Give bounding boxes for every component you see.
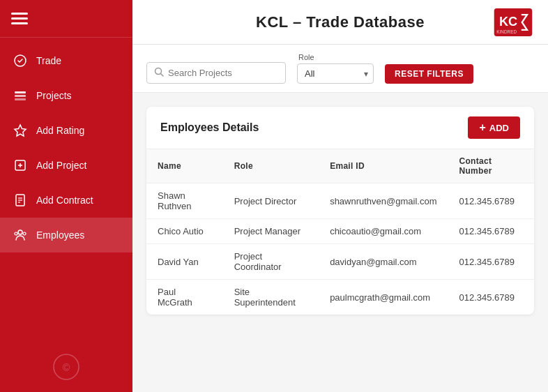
sidebar-nav: Trade Projects Add Rating	[0, 38, 132, 342]
table-row: Chico Autio Project Manager chicoautio@g…	[146, 219, 534, 244]
svg-point-13	[15, 232, 17, 235]
cell-contact: 012.345.6789	[448, 280, 535, 315]
col-role: Role	[223, 149, 319, 183]
table-row: Paul McGrath Site Superintendent paulmcg…	[146, 280, 534, 315]
cell-email: paulmcgrath@gmail.com	[319, 280, 448, 315]
trade-icon	[13, 53, 28, 68]
svg-point-14	[23, 232, 26, 235]
sidebar-item-add-project[interactable]: Add Project	[0, 148, 132, 183]
employees-icon	[13, 227, 28, 243]
main-content: KCL – Trade Database KC KINDRED Role	[132, 0, 548, 392]
table-header-row: Name Role Email ID Contact Number	[146, 149, 534, 183]
sidebar-item-projects[interactable]: Projects	[0, 78, 132, 113]
cell-email: shawnruthven@gmail.com	[319, 183, 448, 219]
search-icon	[154, 67, 164, 79]
add-contract-icon	[13, 193, 28, 208]
sidebar-item-label: Add Project	[36, 160, 86, 171]
search-box[interactable]	[146, 62, 286, 84]
svg-text:©: ©	[63, 362, 70, 373]
cell-name: Chico Autio	[146, 219, 223, 244]
card-header: Employees Details + ADD	[146, 107, 534, 149]
search-input[interactable]	[168, 68, 266, 78]
sidebar-item-label: Projects	[36, 90, 72, 101]
reset-filters-button[interactable]: RESET FILTERS	[385, 64, 473, 84]
role-select-wrap[interactable]: All	[297, 63, 374, 84]
table-body: Shawn Ruthven Project Director shawnruth…	[146, 183, 534, 315]
sidebar-item-label: Employees	[36, 229, 84, 241]
page-title: KCL – Trade Database	[256, 13, 425, 31]
svg-point-12	[18, 230, 22, 234]
add-employee-button[interactable]: + ADD	[468, 116, 520, 139]
hamburger-menu[interactable]	[11, 13, 121, 24]
sidebar-item-label: Trade	[36, 55, 61, 66]
sidebar-item-label: Add Contract	[36, 195, 93, 206]
table-row: David Yan Project Coordinator davidyan@g…	[146, 244, 534, 280]
logo: KC KINDRED	[492, 7, 534, 38]
svg-rect-3	[15, 98, 26, 100]
svg-text:KINDRED: KINDRED	[496, 29, 517, 34]
svg-rect-1	[15, 91, 26, 93]
svg-text:KC: KC	[499, 15, 517, 29]
sidebar-footer: ©	[0, 342, 132, 392]
role-select[interactable]: All	[297, 63, 374, 84]
cell-name: Paul McGrath	[146, 280, 223, 315]
cell-contact: 012.345.6789	[448, 183, 535, 219]
projects-icon	[13, 88, 28, 103]
cell-role: Project Coordinator	[223, 244, 319, 280]
employees-card: Employees Details + ADD Name Role Email …	[146, 107, 534, 315]
toolbar: Role All RESET FILTERS	[132, 45, 548, 93]
sidebar-item-employees[interactable]: Employees	[0, 218, 132, 252]
svg-rect-2	[15, 95, 26, 97]
cell-contact: 012.345.6789	[448, 219, 535, 244]
svg-marker-4	[15, 125, 26, 136]
add-project-icon	[13, 158, 28, 173]
cell-role: Project Manager	[223, 219, 319, 244]
sidebar-item-add-rating[interactable]: Add Rating	[0, 113, 132, 148]
sidebar: Trade Projects Add Rating	[0, 0, 132, 392]
svg-line-21	[161, 74, 164, 77]
sidebar-item-label: Add Rating	[36, 125, 84, 136]
cell-role: Site Superintendent	[223, 280, 319, 315]
add-rating-icon	[13, 123, 28, 138]
table-row: Shawn Ruthven Project Director shawnruth…	[146, 183, 534, 219]
sidebar-item-trade[interactable]: Trade	[0, 43, 132, 78]
col-name: Name	[146, 149, 223, 183]
top-header: KCL – Trade Database KC KINDRED	[132, 0, 548, 45]
cell-role: Project Director	[223, 183, 319, 219]
employees-table: Name Role Email ID Contact Number Shawn …	[146, 149, 534, 315]
cell-name: Shawn Ruthven	[146, 183, 223, 219]
cell-email: davidyan@gmail.com	[319, 244, 448, 280]
cell-name: David Yan	[146, 244, 223, 280]
role-filter: Role All	[297, 53, 374, 84]
sidebar-header[interactable]	[0, 0, 132, 38]
cell-contact: 012.345.6789	[448, 244, 535, 280]
cell-email: chicoautio@gmail.com	[319, 219, 448, 244]
card-title: Employees Details	[160, 121, 259, 134]
plus-icon: +	[479, 121, 485, 134]
role-label: Role	[298, 53, 374, 61]
col-contact: Contact Number	[448, 149, 535, 183]
content-area: Employees Details + ADD Name Role Email …	[132, 93, 548, 392]
sidebar-item-add-contract[interactable]: Add Contract	[0, 183, 132, 218]
col-email: Email ID	[319, 149, 448, 183]
